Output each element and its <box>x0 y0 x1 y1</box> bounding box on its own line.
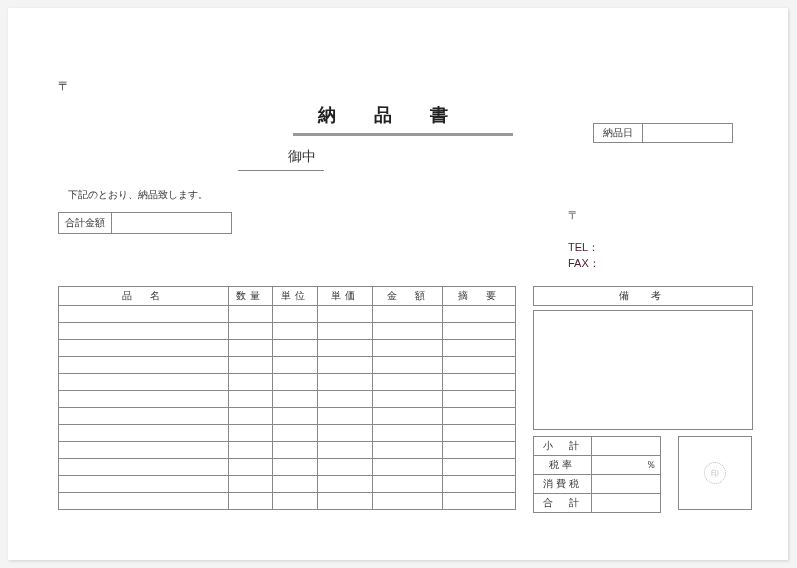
totals-table: 小 計 税率 ％ 消費税 合 計 <box>533 436 661 513</box>
table-cell <box>318 306 373 323</box>
title-underline <box>293 133 513 136</box>
table-cell <box>443 340 516 357</box>
table-cell <box>228 408 273 425</box>
table-row <box>59 323 516 340</box>
table-cell <box>373 408 443 425</box>
subtotal-row: 小 計 <box>534 437 661 456</box>
table-cell <box>228 391 273 408</box>
table-row <box>59 306 516 323</box>
delivery-date-value <box>643 123 733 143</box>
table-cell <box>273 374 318 391</box>
table-cell <box>373 306 443 323</box>
table-cell <box>443 323 516 340</box>
table-cell <box>443 306 516 323</box>
stamp-icon: 印 <box>704 462 726 484</box>
table-row <box>59 374 516 391</box>
subtotal-label: 小 計 <box>534 437 592 456</box>
subtotal-value <box>591 437 660 456</box>
total-amount-label: 合計金額 <box>58 212 112 234</box>
table-cell <box>228 493 273 510</box>
table-cell <box>273 306 318 323</box>
table-cell <box>273 493 318 510</box>
table-cell <box>59 459 229 476</box>
table-cell <box>59 374 229 391</box>
total-amount-value <box>112 212 232 234</box>
delivery-date-label: 納品日 <box>593 123 643 143</box>
table-cell <box>59 442 229 459</box>
header-amount: 金 額 <box>373 287 443 306</box>
header-name: 品 名 <box>59 287 229 306</box>
table-cell <box>228 374 273 391</box>
intro-text: 下記のとおり、納品致します。 <box>68 188 208 202</box>
grand-value <box>591 494 660 513</box>
table-cell <box>59 408 229 425</box>
items-table: 品 名 数量 単位 単価 金 額 摘 要 <box>58 286 516 510</box>
header-note: 摘 要 <box>443 287 516 306</box>
table-row <box>59 425 516 442</box>
tax-label: 消費税 <box>534 475 592 494</box>
customer-postal-mark: 〒 <box>58 78 70 95</box>
delivery-slip-page: 〒 納 品 書 納品日 御中 下記のとおり、納品致します。 合計金額 〒 TEL… <box>8 8 788 560</box>
document-title: 納 品 書 <box>318 103 458 127</box>
table-cell <box>318 425 373 442</box>
table-cell <box>318 391 373 408</box>
table-cell <box>373 425 443 442</box>
table-row <box>59 340 516 357</box>
table-cell <box>59 306 229 323</box>
total-amount-box: 合計金額 <box>58 212 232 234</box>
table-cell <box>318 408 373 425</box>
table-row <box>59 442 516 459</box>
remarks-box: 備 考 <box>533 286 753 430</box>
table-row <box>59 459 516 476</box>
table-cell <box>228 476 273 493</box>
table-row <box>59 357 516 374</box>
remarks-body <box>533 310 753 430</box>
table-cell <box>273 323 318 340</box>
fax-label: FAX： <box>568 256 600 271</box>
table-cell <box>273 357 318 374</box>
table-cell <box>273 442 318 459</box>
stamp-box: 印 <box>678 436 752 510</box>
taxrate-label: 税率 <box>534 456 592 475</box>
table-cell <box>373 323 443 340</box>
table-cell <box>59 391 229 408</box>
table-cell <box>228 459 273 476</box>
table-cell <box>443 493 516 510</box>
table-cell <box>373 374 443 391</box>
tax-value <box>591 475 660 494</box>
table-cell <box>273 391 318 408</box>
remarks-header: 備 考 <box>533 286 753 306</box>
table-cell <box>373 493 443 510</box>
table-cell <box>443 425 516 442</box>
table-cell <box>273 459 318 476</box>
table-row <box>59 391 516 408</box>
table-cell <box>318 374 373 391</box>
table-cell <box>228 340 273 357</box>
items-header-row: 品 名 数量 単位 単価 金 額 摘 要 <box>59 287 516 306</box>
table-cell <box>443 408 516 425</box>
tel-label: TEL： <box>568 240 599 255</box>
grand-label: 合 計 <box>534 494 592 513</box>
table-cell <box>443 357 516 374</box>
table-cell <box>373 340 443 357</box>
grand-row: 合 計 <box>534 494 661 513</box>
table-cell <box>318 476 373 493</box>
table-cell <box>443 442 516 459</box>
table-cell <box>373 357 443 374</box>
table-cell <box>318 459 373 476</box>
table-cell <box>373 442 443 459</box>
taxrate-value: ％ <box>591 456 660 475</box>
table-cell <box>318 493 373 510</box>
table-cell <box>228 442 273 459</box>
table-cell <box>273 476 318 493</box>
tax-row: 消費税 <box>534 475 661 494</box>
header-unit: 単位 <box>273 287 318 306</box>
table-cell <box>59 425 229 442</box>
table-cell <box>59 493 229 510</box>
table-cell <box>373 459 443 476</box>
table-cell <box>228 306 273 323</box>
table-cell <box>318 357 373 374</box>
table-row <box>59 476 516 493</box>
table-cell <box>443 459 516 476</box>
table-cell <box>373 476 443 493</box>
